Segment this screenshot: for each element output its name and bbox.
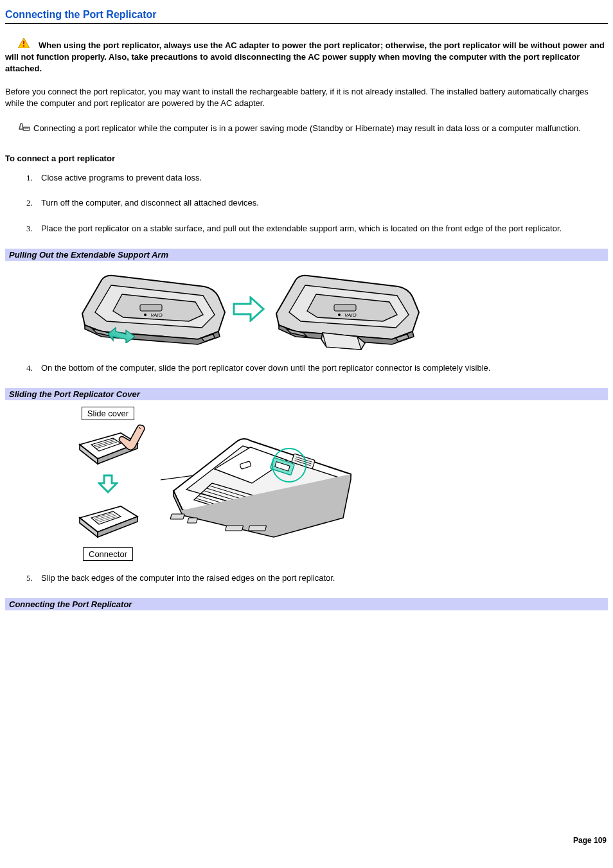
figure-slide-cover: Slide cover bbox=[5, 407, 608, 561]
figure-caption: Sliding the Port Replicator Cover bbox=[5, 388, 608, 400]
note-paragraph: Connecting a port replicator while the c… bbox=[5, 120, 608, 134]
port-replicator-before: VAIO bbox=[76, 267, 227, 351]
intro-paragraph: Before you connect the port replicator, … bbox=[5, 86, 608, 109]
arrow-icon bbox=[233, 296, 265, 322]
caution-text: When using the port replicator, always u… bbox=[5, 40, 605, 73]
steps-list: Close active programs to prevent data lo… bbox=[5, 172, 608, 235]
svg-rect-22 bbox=[226, 526, 244, 531]
steps-list: On the bottom of the computer, slide the… bbox=[5, 362, 608, 374]
laptop-bottom-illustration bbox=[161, 429, 360, 538]
svg-rect-1 bbox=[23, 41, 24, 45]
port-replicator-after: VAIO bbox=[270, 267, 422, 351]
connector-label: Connector bbox=[83, 547, 133, 561]
svg-point-2 bbox=[23, 45, 25, 47]
note-icon bbox=[18, 121, 31, 135]
figure-caption: Connecting the Port Replicator bbox=[5, 598, 608, 610]
arrow-down-icon bbox=[98, 474, 118, 493]
slide-cover-label: Slide cover bbox=[82, 407, 134, 420]
svg-rect-20 bbox=[170, 514, 184, 519]
svg-point-9 bbox=[338, 314, 341, 316]
caution-icon bbox=[18, 38, 30, 51]
step-item: Turn off the computer, and disconnect al… bbox=[35, 197, 608, 209]
finger-icon bbox=[116, 424, 145, 456]
svg-rect-8 bbox=[334, 305, 356, 311]
svg-text:VAIO: VAIO bbox=[150, 312, 163, 318]
page-heading: Connecting the Port Replicator bbox=[5, 9, 608, 21]
procedure-heading: To connect a port replicator bbox=[5, 154, 608, 163]
svg-rect-23 bbox=[249, 526, 267, 531]
caution-block: When using the port replicator, always u… bbox=[5, 37, 608, 75]
step-item: Close active programs to prevent data lo… bbox=[35, 172, 608, 184]
svg-rect-5 bbox=[140, 305, 162, 311]
figure-support-arm: VAIO bbox=[5, 267, 608, 351]
step-item: On the bottom of the computer, slide the… bbox=[35, 362, 608, 374]
step-item: Place the port replicator on a stable su… bbox=[35, 223, 608, 235]
svg-text:VAIO: VAIO bbox=[344, 312, 357, 318]
note-text: Connecting a port replicator while the c… bbox=[33, 123, 581, 133]
step-item: Slip the back edges of the computer into… bbox=[35, 572, 608, 584]
svg-point-6 bbox=[144, 314, 147, 316]
heading-rule bbox=[5, 23, 608, 24]
svg-rect-21 bbox=[188, 518, 198, 523]
figure-caption: Pulling Out the Extendable Support Arm bbox=[5, 249, 608, 261]
steps-list: Slip the back edges of the computer into… bbox=[5, 572, 608, 584]
